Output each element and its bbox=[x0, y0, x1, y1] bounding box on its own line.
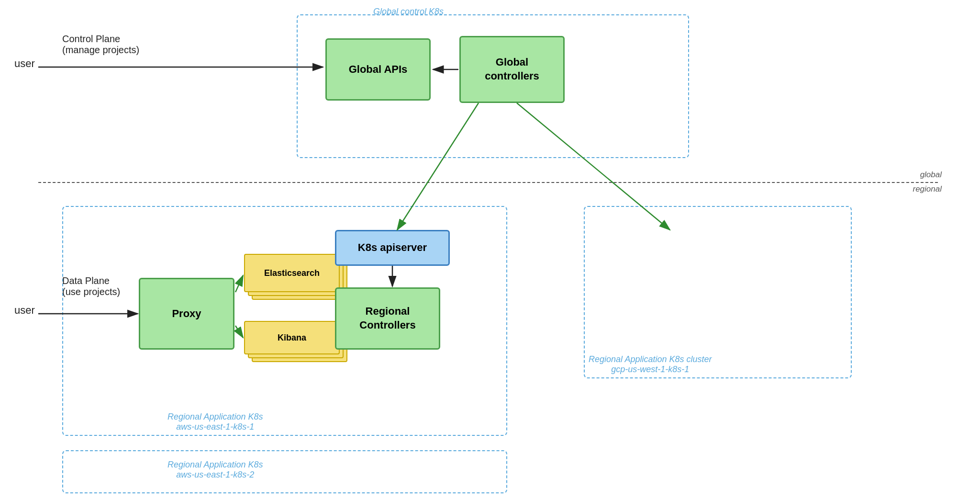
k8s-apiserver-label: K8s apiserver bbox=[358, 241, 427, 255]
kibana-stack: Kibana bbox=[244, 321, 349, 369]
control-plane-label: Control Plane (manage projects) bbox=[62, 34, 139, 56]
global-k8s-label: Global control K8s bbox=[373, 7, 444, 17]
region1-line1: Regional Application K8s bbox=[167, 412, 263, 421]
global-regional-separator bbox=[38, 182, 938, 183]
proxy-label: Proxy bbox=[172, 307, 201, 321]
global-controllers-label: Global controllers bbox=[485, 56, 539, 83]
control-plane-line2: (manage projects) bbox=[62, 45, 139, 55]
region2-line2: aws-us-east-1-k8s-2 bbox=[176, 470, 254, 479]
regional-controllers-box: Regional Controllers bbox=[335, 287, 440, 350]
k8s-apiserver-box: K8s apiserver bbox=[335, 230, 450, 266]
global-label: global bbox=[920, 170, 942, 180]
user-control-label: user bbox=[14, 57, 35, 70]
region3-label: Regional Application K8s cluster gcp-us-… bbox=[589, 354, 712, 375]
region1-label: Regional Application K8s aws-us-east-1-k… bbox=[167, 412, 263, 432]
region3-container bbox=[584, 206, 852, 378]
region2-label: Regional Application K8s aws-us-east-1-k… bbox=[167, 460, 263, 480]
global-controllers-box: Global controllers bbox=[459, 36, 565, 103]
elasticsearch-stack: Elasticsearch bbox=[244, 254, 349, 311]
region3-line2: gcp-us-west-1-k8s-1 bbox=[611, 364, 689, 374]
data-plane-line2: (use projects) bbox=[62, 286, 120, 297]
data-plane-label: Data Plane (use projects) bbox=[62, 275, 120, 297]
region2-container bbox=[62, 450, 507, 493]
regional-controllers-label: Regional Controllers bbox=[359, 305, 415, 332]
regional-label: regional bbox=[913, 184, 942, 194]
control-plane-line1: Control Plane bbox=[62, 34, 120, 44]
user-data-label: user bbox=[14, 304, 35, 317]
elasticsearch-label: Elasticsearch bbox=[264, 268, 320, 278]
proxy-box: Proxy bbox=[139, 278, 234, 350]
kibana-label: Kibana bbox=[278, 333, 306, 343]
global-apis-label: Global APIs bbox=[349, 63, 408, 77]
global-apis-box: Global APIs bbox=[325, 38, 431, 101]
diagram: Global control K8s Global APIs Global co… bbox=[0, 0, 980, 501]
region3-line1: Regional Application K8s cluster bbox=[589, 354, 712, 364]
region2-line1: Regional Application K8s bbox=[167, 460, 263, 469]
data-plane-line1: Data Plane bbox=[62, 275, 110, 286]
region1-line2: aws-us-east-1-k8s-1 bbox=[176, 422, 254, 432]
